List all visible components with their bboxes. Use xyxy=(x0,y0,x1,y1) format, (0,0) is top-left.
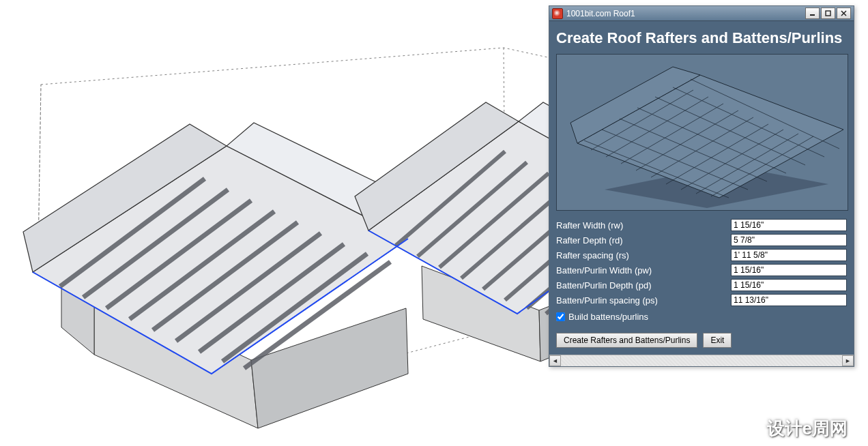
input-batten-width[interactable] xyxy=(731,264,847,276)
label-batten-depth: Batten/Purlin Depth (pd) xyxy=(556,280,731,291)
svg-marker-33 xyxy=(577,75,843,198)
watermark: 设计e周网 xyxy=(740,417,848,441)
input-batten-depth[interactable] xyxy=(731,279,847,291)
svg-rect-29 xyxy=(826,11,830,16)
label-batten-spacing: Batten/Purlin spacing (ps) xyxy=(556,295,731,306)
input-rafter-width[interactable] xyxy=(731,219,847,231)
maximize-button[interactable] xyxy=(821,8,835,19)
dialog-body: Create Roof Rafters and Battens/Purlins xyxy=(549,21,854,355)
dialog-horizontal-scrollbar[interactable]: ◄ ► xyxy=(549,355,854,366)
input-rafter-spacing[interactable] xyxy=(731,249,847,261)
scroll-left-arrow-icon[interactable]: ◄ xyxy=(549,355,561,366)
label-rafter-width: Rafter Width (rw) xyxy=(556,220,731,231)
dialog-window-title: 1001bit.com Roof1 xyxy=(566,9,805,18)
checkbox-build-battens-label: Build battens/purlins xyxy=(568,312,648,322)
sketchup-app-icon xyxy=(552,8,563,19)
minimize-button[interactable] xyxy=(805,8,820,19)
input-rafter-depth[interactable] xyxy=(731,234,847,246)
dialog-heading: Create Roof Rafters and Battens/Purlins xyxy=(556,29,847,47)
input-batten-spacing[interactable] xyxy=(731,294,847,306)
checkbox-build-battens[interactable] xyxy=(556,312,565,321)
exit-button[interactable]: Exit xyxy=(703,333,732,348)
svg-rect-28 xyxy=(810,14,815,16)
roof-preview-image xyxy=(556,54,848,211)
roof-rafters-dialog: 1001bit.com Roof1 Create Roof Rafters an… xyxy=(549,5,854,367)
create-button[interactable]: Create Rafters and Battens/Purlins xyxy=(556,333,697,348)
dialog-titlebar[interactable]: 1001bit.com Roof1 xyxy=(549,6,854,21)
scroll-right-arrow-icon[interactable]: ► xyxy=(842,355,854,366)
parameters-form: Rafter Width (rw) Rafter Depth (rd) Raft… xyxy=(556,218,847,348)
watermark-text: 设计e周网 xyxy=(767,417,848,441)
label-rafter-depth: Rafter Depth (rd) xyxy=(556,235,731,246)
close-button[interactable] xyxy=(837,8,851,19)
wechat-icon xyxy=(740,420,762,438)
label-batten-width: Batten/Purlin Width (pw) xyxy=(556,265,731,276)
label-rafter-spacing: Rafter spacing (rs) xyxy=(556,250,731,261)
scroll-track[interactable] xyxy=(561,355,842,366)
